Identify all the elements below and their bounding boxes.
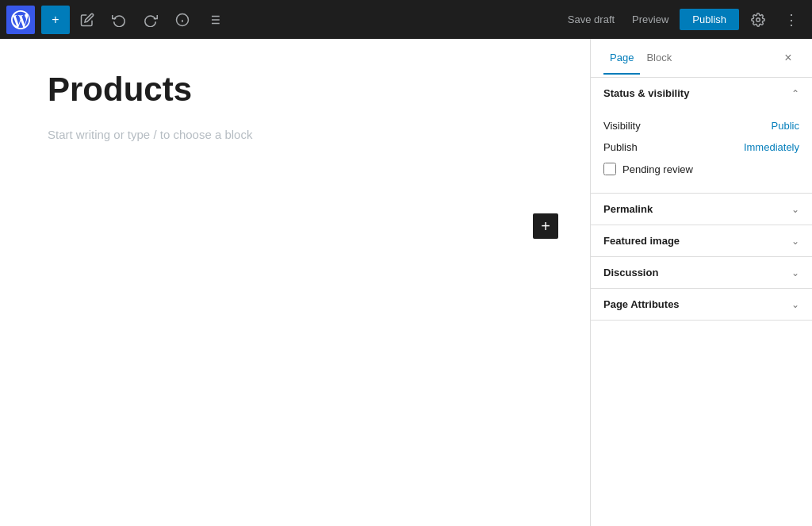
publish-value[interactable]: Immediately: [744, 141, 799, 153]
publish-row: Publish Immediately: [603, 136, 799, 158]
redo-button[interactable]: [136, 6, 165, 34]
block-placeholder[interactable]: Start writing or type / to choose a bloc…: [48, 128, 542, 141]
ellipsis-icon: ⋮: [784, 11, 799, 29]
visibility-value[interactable]: Public: [772, 120, 799, 132]
chevron-up-icon: ⌃: [791, 88, 799, 99]
page-attributes-section: Page Attributes ⌄: [591, 289, 812, 321]
visibility-row: Visibility Public: [603, 115, 799, 136]
page-title[interactable]: Products: [48, 71, 542, 109]
featured-image-section: Featured image ⌄: [591, 225, 812, 257]
add-block-button[interactable]: +: [41, 6, 70, 34]
sidebar-header: Page Block ×: [591, 39, 812, 78]
status-visibility-section: Status & visibility ⌃ Visibility Public …: [591, 78, 812, 194]
tab-block[interactable]: Block: [640, 42, 678, 75]
chevron-down-icon-fi: ⌄: [791, 236, 799, 247]
info-button[interactable]: [168, 6, 197, 34]
pending-review-row: Pending review: [603, 158, 799, 180]
status-visibility-header[interactable]: Status & visibility ⌃: [591, 78, 812, 109]
toolbar-left: +: [6, 6, 228, 34]
more-options-button[interactable]: ⋮: [777, 6, 806, 34]
tab-page[interactable]: Page: [603, 42, 640, 75]
undo-icon: [112, 13, 126, 27]
toolbar-right: Save draft Preview Publish ⋮: [561, 6, 806, 34]
publish-button[interactable]: Publish: [680, 9, 739, 30]
editor[interactable]: Products Start writing or type / to choo…: [0, 39, 590, 526]
undo-button[interactable]: [105, 6, 133, 34]
discussion-title: Discussion: [603, 267, 658, 278]
page-attributes-title: Page Attributes: [603, 298, 680, 310]
visibility-label: Visibility: [603, 120, 641, 132]
list-view-button[interactable]: [200, 6, 228, 34]
chevron-down-icon-pa: ⌄: [791, 299, 799, 310]
list-view-icon: [207, 13, 221, 27]
edit-tool-button[interactable]: [73, 6, 102, 34]
status-visibility-content: Visibility Public Publish Immediately Pe…: [591, 109, 812, 193]
status-visibility-title: Status & visibility: [603, 87, 689, 99]
discussion-section: Discussion ⌄: [591, 257, 812, 289]
wordpress-icon: [11, 10, 30, 29]
permalink-section: Permalink ⌄: [591, 194, 812, 225]
permalink-title: Permalink: [603, 203, 653, 215]
info-icon: [175, 13, 190, 27]
svg-point-9: [756, 17, 760, 21]
chevron-down-icon: ⌄: [791, 204, 799, 215]
gear-icon: [751, 13, 765, 27]
toolbar: +: [0, 0, 812, 39]
sidebar: Page Block × Status & visibility ⌃ Visib…: [590, 39, 812, 526]
featured-image-header[interactable]: Featured image ⌄: [591, 225, 812, 256]
preview-button[interactable]: Preview: [626, 9, 675, 30]
permalink-header[interactable]: Permalink ⌄: [591, 194, 812, 225]
pending-review-checkbox[interactable]: [603, 163, 616, 175]
wp-logo[interactable]: [6, 6, 35, 34]
chevron-down-icon-disc: ⌄: [791, 267, 799, 278]
settings-button[interactable]: [744, 6, 772, 34]
pencil-icon: [80, 13, 94, 27]
discussion-header[interactable]: Discussion ⌄: [591, 257, 812, 288]
add-block-inline-button[interactable]: +: [533, 213, 558, 239]
main-area: Products Start writing or type / to choo…: [0, 39, 812, 526]
page-attributes-header[interactable]: Page Attributes ⌄: [591, 289, 812, 320]
publish-label: Publish: [603, 141, 638, 153]
pending-review-label[interactable]: Pending review: [622, 163, 693, 175]
featured-image-title: Featured image: [603, 235, 680, 247]
redo-icon: [144, 13, 158, 27]
sidebar-close-button[interactable]: ×: [777, 47, 799, 69]
save-draft-button[interactable]: Save draft: [561, 9, 621, 30]
